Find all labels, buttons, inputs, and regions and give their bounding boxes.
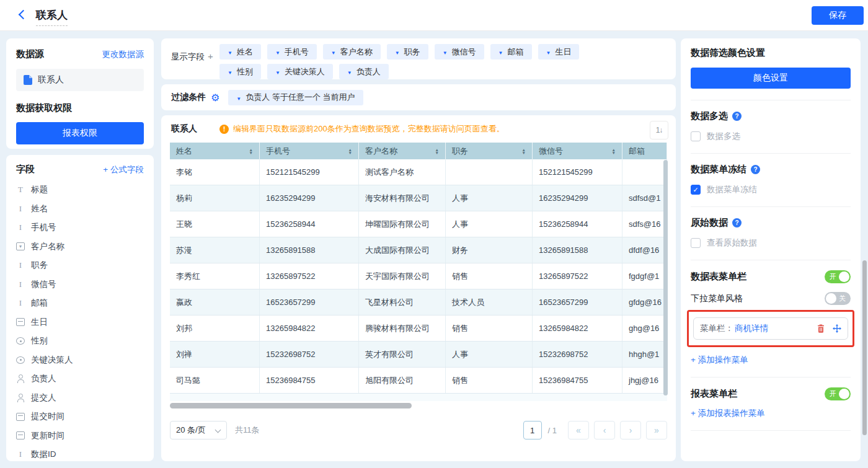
window-vertical-scrollbar[interactable] <box>862 260 867 435</box>
table-row[interactable]: 李铭152121545299测试客户名称152121545299 <box>170 159 667 185</box>
color-settings-button[interactable]: 颜色设置 <box>691 68 851 89</box>
move-icon[interactable] <box>833 324 841 333</box>
table-row[interactable]: 杨莉16235294299海安材料有限公司人事16235294299sdfsd@… <box>170 185 667 211</box>
field-item[interactable]: 数据ID <box>16 445 144 461</box>
table-horizontal-scrollbar-track[interactable] <box>170 403 667 408</box>
field-item[interactable]: 邮箱 <box>16 294 144 313</box>
gear-icon[interactable] <box>211 92 219 104</box>
trash-icon[interactable] <box>817 324 825 333</box>
datasource-item[interactable]: 联系人 <box>16 69 144 91</box>
field-item[interactable]: 提交人 <box>16 389 144 408</box>
field-item[interactable]: 负责人 <box>16 369 144 389</box>
add-report-action-menu-link[interactable]: + 添加报表操作菜单 <box>691 408 765 419</box>
display-field-chip[interactable]: 负责人 <box>339 64 389 79</box>
fields-title: 字段 <box>16 164 35 175</box>
table-horizontal-scrollbar-thumb[interactable] <box>170 403 412 408</box>
display-field-chip[interactable]: 生日 <box>538 44 580 60</box>
table-cell: 英才有限公司 <box>359 342 446 367</box>
checkbox-unchecked-icon[interactable] <box>691 131 701 141</box>
display-field-chip[interactable]: 关键决策人 <box>267 64 333 79</box>
dropdown-style-toggle[interactable]: 关 <box>825 292 851 305</box>
dropdown-style-label: 下拉菜单风格 <box>691 293 743 304</box>
sort-order-button[interactable] <box>650 121 668 139</box>
field-item[interactable]: 生日 <box>16 313 144 332</box>
field-item[interactable]: 标题 <box>16 180 144 200</box>
display-field-chip[interactable]: 性别 <box>219 64 261 79</box>
menu-item-name-link[interactable]: 商机详情 <box>735 323 768 334</box>
back-icon[interactable] <box>19 11 26 18</box>
field-item[interactable]: 关键决策人 <box>16 351 144 370</box>
help-icon[interactable] <box>751 165 760 174</box>
add-display-field-button[interactable]: + <box>208 51 213 61</box>
table-row[interactable]: 嬴政16523657299飞星材料公司技术人员16523657299gfdg@1… <box>170 289 667 316</box>
page-size-select[interactable]: 20 条/页 <box>170 421 227 439</box>
table-menu-toggle[interactable]: 开 <box>825 270 851 283</box>
field-item[interactable]: 微信号 <box>16 275 144 294</box>
checkbox-unchecked-icon[interactable] <box>691 238 701 248</box>
sort-icon[interactable] <box>435 148 439 154</box>
table-vertical-scrollbar[interactable] <box>663 160 668 395</box>
page-total-label: / 1 <box>548 426 557 435</box>
checkbox-checked-icon[interactable] <box>691 185 701 195</box>
column-header[interactable]: 微信号 <box>533 143 622 159</box>
column-header[interactable]: 手机号 <box>260 143 359 159</box>
table-cell: 刘禅 <box>170 342 260 367</box>
field-item[interactable]: 职务 <box>16 256 144 275</box>
help-icon[interactable] <box>732 218 742 227</box>
table-row[interactable]: 刘禅15232698752英才有限公司人事15232698752hhgh@1 <box>170 342 667 368</box>
field-item[interactable]: 客户名称 <box>16 237 144 257</box>
last-page-button[interactable] <box>646 421 667 439</box>
display-field-chip[interactable]: 邮箱 <box>490 44 532 60</box>
save-button[interactable]: 保存 <box>812 6 864 25</box>
toggle-knob <box>839 272 849 282</box>
table-row[interactable]: 王晓15236258944坤曜国际有限公司人事15236258944sdfs@1… <box>170 211 667 237</box>
divider <box>691 206 851 207</box>
sort-icon[interactable] <box>249 148 253 154</box>
field-item[interactable]: 手机号 <box>16 218 144 237</box>
table-row[interactable]: 苏漫13265891588大成国际有限公司财务13265891588dfdf@1… <box>170 237 667 263</box>
help-icon[interactable] <box>732 112 742 121</box>
datasource-title: 数据源 <box>16 48 44 60</box>
display-field-chip[interactable]: 职务 <box>387 44 428 60</box>
report-menu-toggle[interactable]: 开 <box>825 387 851 400</box>
display-field-chip[interactable]: 姓名 <box>219 44 261 60</box>
field-item[interactable]: 提交时间 <box>16 407 144 426</box>
table-row[interactable]: 刘邦13265984822腾骏材料有限公司销售13265984822ghg@16 <box>170 316 667 342</box>
add-formula-field-link[interactable]: + 公式字段 <box>103 164 144 175</box>
next-page-button[interactable] <box>620 421 641 439</box>
datasource-panel: 数据源 更改数据源 联系人 数据获取权限 报表权限 <box>6 38 154 149</box>
pagination-bar: 20 条/页 共11条 1 / 1 <box>170 420 667 440</box>
display-field-chip[interactable]: 手机号 <box>267 44 317 60</box>
table-cell: 刘邦 <box>170 316 260 341</box>
current-page-input[interactable]: 1 <box>523 421 542 439</box>
chevron-down-icon <box>331 47 336 56</box>
previous-page-button[interactable] <box>594 421 615 439</box>
raw-data-checkbox-row[interactable]: 查看原始数据 <box>691 237 851 249</box>
add-action-menu-link[interactable]: + 添加操作菜单 <box>691 355 748 366</box>
menu-freeze-checkbox-row[interactable]: 数据菜单冻结 <box>691 184 851 195</box>
field-item[interactable]: 更新时间 <box>16 426 144 446</box>
table-row[interactable]: 李秀红13265897522天宇国际有限公司销售13265897522fgdgf… <box>170 263 667 289</box>
display-field-chip[interactable]: 微信号 <box>435 44 484 60</box>
sort-icon[interactable] <box>522 148 526 154</box>
table-cell: 司马懿 <box>170 368 260 393</box>
table-cell: 人事 <box>446 185 533 211</box>
text-icon <box>16 205 25 213</box>
field-item[interactable]: 性别 <box>16 332 144 351</box>
report-permission-button[interactable]: 报表权限 <box>16 122 144 144</box>
table-row[interactable]: 司马懿15236984755旭阳有限公司销售15236984755jhgj@16 <box>170 368 667 394</box>
sort-icon[interactable] <box>348 148 352 154</box>
change-datasource-link[interactable]: 更改数据源 <box>102 49 144 60</box>
top-bar: 联系人 保存 <box>0 0 868 31</box>
display-field-chip[interactable]: 客户名称 <box>323 44 381 60</box>
column-header[interactable]: 邮箱 <box>622 143 667 159</box>
column-header[interactable]: 姓名 <box>170 143 260 159</box>
sort-icon[interactable] <box>612 148 616 154</box>
first-page-button[interactable] <box>568 421 589 439</box>
column-header[interactable]: 客户名称 <box>359 143 446 159</box>
filter-condition-chip[interactable]: 负责人 等于任意一个 当前用户 <box>228 90 363 105</box>
column-header[interactable]: 职务 <box>446 143 533 159</box>
menu-bar-item[interactable]: 菜单栏： 商机详情 <box>693 317 848 340</box>
field-item[interactable]: 姓名 <box>16 200 144 219</box>
multi-select-checkbox-row[interactable]: 数据多选 <box>691 131 851 142</box>
